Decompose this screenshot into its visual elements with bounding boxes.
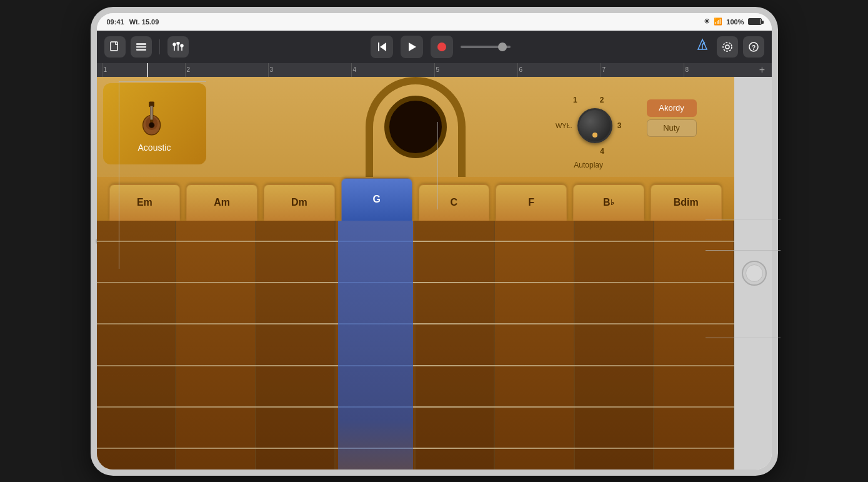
main-area: Acoustic 1 2 [97, 77, 772, 469]
knob-side-labels-left: WYŁ. [556, 122, 572, 129]
chords-button[interactable]: Akordy [647, 99, 697, 117]
toolbar-right: ? [693, 36, 764, 58]
skip-bar [378, 43, 379, 51]
play-button[interactable] [401, 36, 423, 58]
ruler-marks: 1 2 3 4 5 6 7 8 [102, 63, 767, 77]
active-chord-column [338, 221, 413, 469]
instrument-name-label: Acoustic [138, 143, 171, 153]
svg-rect-3 [136, 49, 146, 51]
chord-key-bb[interactable]: B♭ [573, 184, 644, 221]
help-button[interactable]: ? [743, 36, 764, 58]
mixer-button[interactable] [167, 36, 189, 58]
string-3 [97, 323, 734, 324]
string-5 [97, 406, 734, 408]
svg-rect-1 [136, 43, 146, 45]
autoplay-num-4: 4 [600, 147, 604, 156]
play-icon [409, 43, 416, 51]
chord-key-c[interactable]: C [419, 184, 490, 221]
ruler-mark-2: 2 [185, 63, 268, 77]
chord-key-em[interactable]: Em [109, 184, 181, 221]
metronome-button[interactable] [693, 36, 712, 58]
rewind-button[interactable] [371, 36, 393, 58]
fretboard[interactable] [97, 221, 734, 469]
svg-text:?: ? [751, 44, 755, 51]
sun-icon: ☀ [704, 18, 710, 26]
transport-controls [194, 36, 688, 58]
ruler-mark-1: 1 [102, 63, 185, 77]
svg-point-14 [723, 43, 732, 51]
ruler-mark-5: 5 [434, 63, 517, 77]
wifi-icon: 📶 [714, 18, 722, 26]
ruler-mark-3: 3 [268, 63, 351, 77]
flat-sign: ♭ [611, 198, 614, 207]
volume-knob[interactable] [498, 43, 507, 51]
add-track-button[interactable]: + [757, 64, 768, 76]
playhead [147, 63, 148, 77]
string-6 [97, 448, 734, 449]
autoplay-title: Autoplay [574, 161, 603, 169]
guitar-icon [132, 95, 176, 139]
autoplay-knob[interactable] [577, 108, 612, 143]
svg-rect-0 [111, 42, 117, 51]
battery-percent: 100% [726, 18, 744, 26]
annotation-line-vertical [119, 81, 119, 269]
status-time: 09:41 [107, 18, 124, 26]
annotation-line-right-3 [706, 338, 781, 338]
knob-dot [592, 133, 597, 138]
notes-button[interactable]: Nuty [647, 119, 697, 137]
battery-icon [748, 18, 762, 25]
chord-key-bdim[interactable]: Bdim [651, 184, 722, 221]
autoplay-num-2: 2 [600, 96, 604, 104]
toolbar: ? [97, 31, 772, 63]
svg-point-7 [172, 43, 176, 46]
svg-point-21 [149, 122, 154, 128]
autoplay-area: 1 2 WYŁ. 3 [556, 96, 622, 169]
timeline-ruler: 1 2 3 4 5 6 7 8 + [97, 63, 772, 77]
svg-point-13 [726, 45, 729, 49]
svg-point-9 [180, 44, 183, 47]
chord-key-am[interactable]: Am [186, 184, 257, 221]
settings-button[interactable] [717, 36, 738, 58]
skip-triangle [380, 43, 386, 51]
status-right: ☀ 📶 100% [704, 18, 761, 26]
autoplay-num-1: 1 [573, 96, 577, 104]
annotation-line-center-top [437, 122, 438, 209]
fret-lines-horizontal [97, 221, 734, 469]
track-view-button[interactable] [131, 36, 152, 58]
autoplay-num-3: 3 [617, 121, 622, 130]
svg-rect-2 [136, 46, 146, 48]
ruler-mark-6: 6 [517, 63, 601, 77]
chord-key-g[interactable]: G [341, 178, 412, 221]
battery-fill [749, 19, 761, 24]
instrument-panel: Acoustic 1 2 [97, 77, 734, 177]
new-song-button[interactable] [104, 36, 126, 58]
autoplay-off-label: WYŁ. [556, 122, 572, 129]
guitar-body-decoration [334, 77, 497, 177]
chord-row: Em Am Dm G C F B♭ Bdim [97, 177, 734, 221]
annotation-line-right-1 [706, 219, 781, 219]
home-button[interactable] [742, 261, 767, 286]
volume-slider[interactable] [461, 46, 511, 48]
status-bar: 09:41 Wt. 15.09 ☀ 📶 100% [97, 13, 772, 31]
knob-container: WYŁ. 3 [556, 108, 622, 143]
ruler-mark-7: 7 [601, 63, 684, 77]
chord-key-dm[interactable]: Dm [264, 184, 335, 221]
ipad-frame: 09:41 Wt. 15.09 ☀ 📶 100% [91, 7, 778, 476]
knob-side-labels-right: 3 [617, 121, 622, 130]
guitar-area: Acoustic 1 2 [97, 77, 734, 469]
ruler-mark-8: 8 [684, 63, 767, 77]
record-button[interactable] [431, 36, 453, 58]
string-1 [97, 241, 734, 242]
svg-point-8 [176, 42, 179, 45]
string-2 [97, 282, 734, 283]
record-dot-icon [437, 43, 446, 51]
home-button-area [734, 77, 772, 469]
chord-key-f[interactable]: F [496, 184, 567, 221]
ruler-mark-4: 4 [351, 63, 434, 77]
annotation-line-top [119, 81, 206, 82]
home-button-inner [746, 264, 763, 282]
chord-note-buttons: Akordy Nuty [647, 99, 697, 137]
skip-back-icon [378, 43, 386, 51]
string-4 [97, 365, 734, 366]
annotation-line-right-2 [706, 250, 781, 251]
